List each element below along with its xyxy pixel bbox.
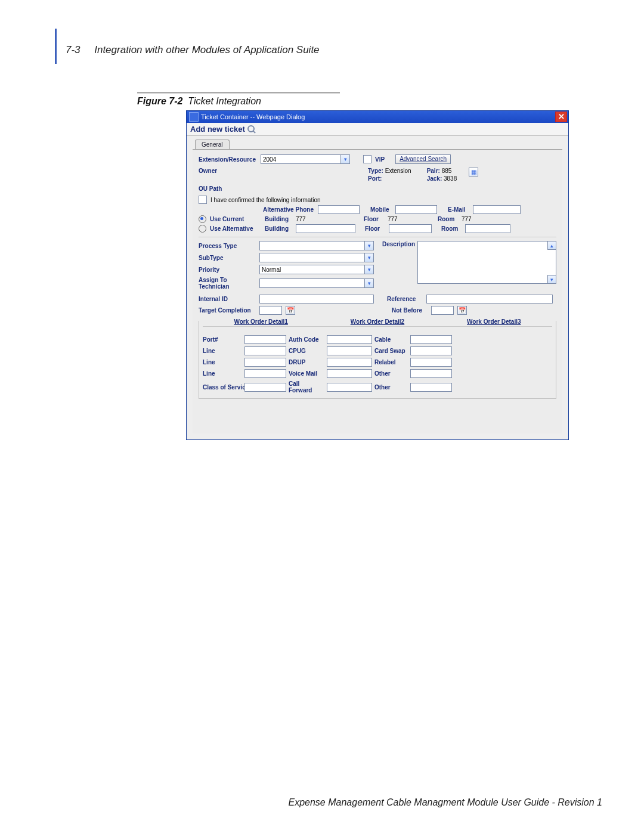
reference-input[interactable] xyxy=(426,295,553,304)
wo-callfwd-label: Call Forward xyxy=(289,380,324,394)
wo-cardswap-label: Card Swap xyxy=(374,348,408,354)
wo-voicemail-input[interactable] xyxy=(327,369,372,378)
wo-port-input[interactable] xyxy=(244,335,286,344)
lookup-icon[interactable]: ▦ xyxy=(469,168,478,176)
subtype-label: SubType xyxy=(199,255,256,261)
extension-resource-select[interactable]: 2004 ▾ xyxy=(261,154,350,164)
dialog-title: Ticket Container -- Webpage Dialog xyxy=(201,113,555,120)
assign-technician-select[interactable]: ▾ xyxy=(259,278,374,288)
jack-label: Jack: xyxy=(427,175,442,182)
wo-other1-input[interactable] xyxy=(410,369,452,378)
wo-drup-input[interactable] xyxy=(327,358,372,367)
wo-cos-input[interactable] xyxy=(244,383,286,392)
wo-cable-input[interactable] xyxy=(410,335,452,344)
chevron-down-icon: ▾ xyxy=(364,265,373,274)
chevron-down-icon: ▾ xyxy=(340,155,349,163)
figure-caption: Figure 7-2 Ticket Integration xyxy=(137,96,602,107)
building-label-2: Building xyxy=(265,225,292,232)
wo-voicemail-label: Voice Mail xyxy=(289,370,324,377)
internal-id-label: Internal ID xyxy=(199,296,256,302)
description-textarea[interactable]: ▴ ▾ xyxy=(417,241,556,284)
wo-line3-input[interactable] xyxy=(244,369,286,378)
email-label: E-Mail xyxy=(448,206,469,213)
wo-cardswap-input[interactable] xyxy=(410,346,452,355)
use-alternative-radio[interactable] xyxy=(199,225,206,233)
description-label: Description xyxy=(382,241,415,247)
page-header: 7-3 Integration with other Modules of Ap… xyxy=(66,44,602,56)
close-icon[interactable]: ✕ xyxy=(555,112,567,122)
use-current-radio[interactable] xyxy=(199,215,206,223)
tab-general[interactable]: General xyxy=(195,140,230,149)
page-number: 7-3 xyxy=(66,44,80,55)
extension-resource-value: 2004 xyxy=(263,156,276,163)
room-alt-input[interactable] xyxy=(465,224,510,233)
floor-current-value: 777 xyxy=(388,216,434,222)
priority-select[interactable]: Normal ▾ xyxy=(259,265,374,274)
general-panel: Extension/Resource 2004 ▾ VIP Advanced S… xyxy=(193,149,562,433)
room-label-2: Room xyxy=(441,225,462,232)
alt-phone-input[interactable] xyxy=(318,205,360,214)
port-label: Port: xyxy=(368,175,382,182)
wo-other1-label: Other xyxy=(374,370,408,377)
reference-label: Reference xyxy=(387,296,423,302)
owner-label: Owner xyxy=(199,168,257,174)
calendar-icon[interactable]: 📅 xyxy=(286,306,295,315)
scroll-down-icon[interactable]: ▾ xyxy=(547,275,556,284)
wo-cpug-input[interactable] xyxy=(327,346,372,355)
type-value: Extension xyxy=(385,168,411,174)
wo-cpug-label: CPUG xyxy=(289,348,324,354)
wo-relabel-input[interactable] xyxy=(410,358,452,367)
wo-relabel-label: Relabel xyxy=(374,359,408,366)
floor-label-1: Floor xyxy=(364,216,384,222)
building-label-1: Building xyxy=(265,216,292,222)
work-order-head-2: Work Order Detail2 xyxy=(351,318,404,325)
advanced-search-button[interactable]: Advanced Search xyxy=(395,154,451,164)
pair-value: 885 xyxy=(442,168,452,174)
chevron-down-icon: ▾ xyxy=(364,279,373,287)
figure-title: Ticket Integration xyxy=(188,96,261,106)
wo-line2-input[interactable] xyxy=(244,358,286,367)
use-current-label: Use Current xyxy=(210,216,261,222)
wo-port-label: Port# xyxy=(203,336,242,343)
wo-authcode-input[interactable] xyxy=(327,335,372,344)
search-icon[interactable] xyxy=(247,125,256,134)
chevron-down-icon: ▾ xyxy=(364,241,373,250)
work-order-head-1: Work Order Detail1 xyxy=(234,318,287,325)
wo-line1-label: Line xyxy=(203,348,242,354)
calendar-icon[interactable]: 📅 xyxy=(457,306,467,315)
confirm-checkbox[interactable] xyxy=(199,196,207,204)
mobile-input[interactable] xyxy=(395,205,437,214)
process-type-select[interactable]: ▾ xyxy=(259,241,374,250)
scroll-up-icon[interactable]: ▴ xyxy=(547,241,556,250)
type-label: Type: xyxy=(368,168,383,174)
work-order-head-3: Work Order Detail3 xyxy=(467,318,521,325)
pair-label: Pair: xyxy=(427,168,440,174)
process-type-label: Process Type xyxy=(199,243,256,249)
work-order-area: Work Order Detail1 Work Order Detail2 Wo… xyxy=(199,321,556,399)
chevron-down-icon: ▾ xyxy=(364,253,373,262)
confirm-label: I have confirmed the following informati… xyxy=(210,197,321,203)
wo-callfwd-input[interactable] xyxy=(327,383,372,392)
wo-line2-label: Line xyxy=(203,359,242,366)
wo-cos-label: Class of Service xyxy=(203,384,242,391)
priority-label: Priority xyxy=(199,267,256,273)
email-input[interactable] xyxy=(473,205,521,214)
wo-line3-label: Line xyxy=(203,370,242,377)
app-icon xyxy=(189,112,199,122)
ou-path-label: OU Path xyxy=(199,185,257,192)
internal-id-input[interactable] xyxy=(259,295,374,304)
assign-technician-label: Assign To Technician xyxy=(199,277,256,290)
not-before-input[interactable] xyxy=(431,306,454,315)
wo-line1-input[interactable] xyxy=(244,346,286,355)
building-alt-input[interactable] xyxy=(296,224,355,233)
vip-checkbox[interactable] xyxy=(363,155,371,163)
wo-other2-label: Other xyxy=(374,384,408,391)
subtype-select[interactable]: ▾ xyxy=(259,253,374,262)
dialog-titlebar[interactable]: Ticket Container -- Webpage Dialog ✕ xyxy=(187,111,568,123)
not-before-label: Not Before xyxy=(392,307,428,314)
alt-phone-label: Alternative Phone xyxy=(263,206,314,213)
target-completion-input[interactable] xyxy=(259,306,282,315)
wo-other2-input[interactable] xyxy=(410,383,452,392)
floor-alt-input[interactable] xyxy=(389,224,432,233)
room-label-1: Room xyxy=(438,216,458,222)
